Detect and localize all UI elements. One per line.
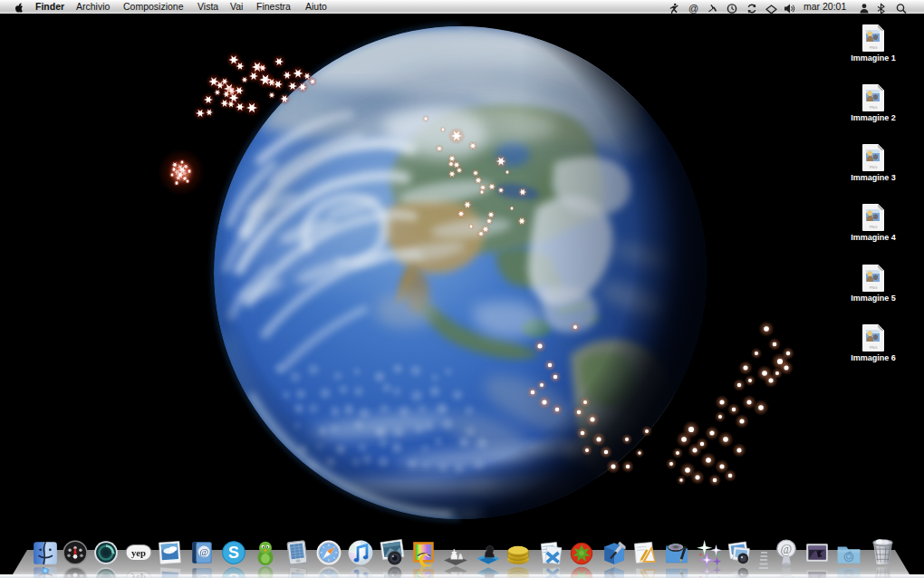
svg-text:S: S <box>228 544 239 562</box>
svg-text:yep: yep <box>131 547 146 558</box>
svg-text:@: @ <box>781 543 793 556</box>
svg-text:@: @ <box>688 3 698 14</box>
svg-text:@: @ <box>199 546 208 557</box>
